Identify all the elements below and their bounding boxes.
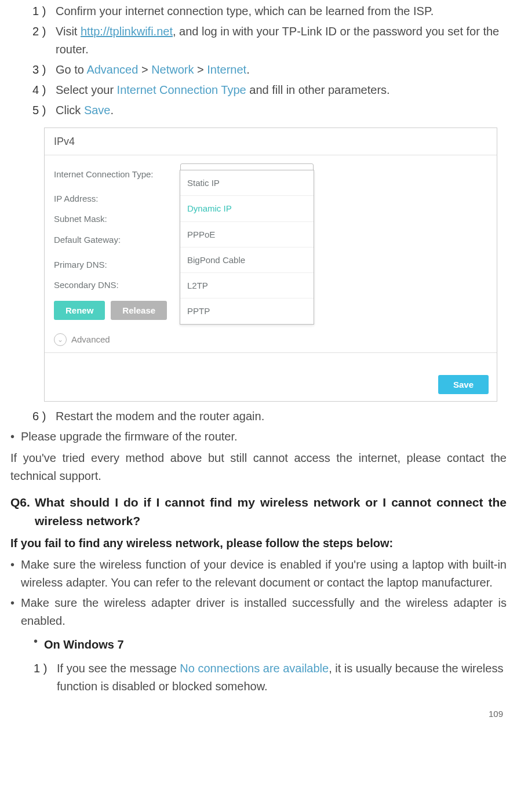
step-number: 5 )	[32, 101, 56, 119]
divider	[45, 155, 497, 155]
steps-list-a-cont: 6 ) Restart the modem and the router aga…	[10, 407, 507, 425]
bullet-text: Please upgrade the firmware of the route…	[21, 428, 507, 446]
steps-list-a: 1 ) Confirm your internet connection typ…	[10, 2, 507, 119]
step-text: Go to Advanced > Network > Internet.	[56, 61, 507, 79]
question-number: Q6.	[10, 493, 35, 531]
step-2: 2 ) Visit http://tplinkwifi.net, and log…	[32, 23, 507, 59]
text-fragment: Select your	[56, 83, 117, 96]
embedded-screenshot: IPv4 Internet Connection Type: Dynamic I…	[44, 128, 507, 402]
text-fragment: Visit	[56, 25, 81, 38]
field-label: Secondary DNS:	[54, 278, 180, 292]
field-label: Default Gateway:	[54, 233, 180, 246]
step-number: 1 )	[32, 2, 56, 20]
bullet-list: • Please upgrade the firmware of the rou…	[10, 428, 507, 446]
step-number: 4 )	[32, 81, 56, 99]
sub-heading: If you fail to find any wireless network…	[10, 534, 507, 552]
document-page: 1 ) Confirm your internet connection typ…	[0, 2, 517, 726]
menu-path-advanced: Advanced	[86, 63, 138, 76]
renew-button[interactable]: Renew	[54, 301, 105, 320]
chevron-down-icon: ⌄	[54, 333, 67, 346]
step-text: Click Save.	[56, 101, 507, 119]
step-number: 3 )	[32, 61, 56, 79]
bullet-item: • Please upgrade the firmware of the rou…	[10, 428, 507, 446]
field-label: Internet Connection Type:	[54, 168, 180, 181]
text-fragment: If you see the message	[57, 662, 180, 675]
panel-title: IPv4	[45, 128, 497, 152]
bullet-text: Make sure the wireless function of your …	[21, 556, 507, 592]
save-button[interactable]: Save	[438, 375, 489, 394]
divider	[45, 352, 497, 353]
bullet-dot-icon: •	[10, 594, 21, 630]
field-label: Subnet Mask:	[54, 212, 180, 225]
bullet-list: • Make sure the wireless function of you…	[10, 556, 507, 630]
step-5: 5 ) Click Save.	[32, 101, 507, 119]
step-text: Visit http://tplinkwifi.net, and log in …	[56, 23, 507, 59]
page-number: 109	[10, 707, 507, 720]
text-fragment: .	[246, 63, 250, 76]
question-heading-q6: Q6. What should I do if I cannot find my…	[10, 493, 507, 531]
term-no-connections: No connections are available	[180, 662, 329, 675]
step-1: 1 ) Confirm your internet connection typ…	[32, 2, 507, 20]
bullet-dot-icon: •	[10, 428, 21, 446]
bullet-item: • Make sure the wireless function of you…	[10, 556, 507, 592]
bullet-dot-icon: •	[34, 632, 44, 657]
step-text: Select your Internet Connection Type and…	[56, 81, 507, 99]
step-4: 4 ) Select your Internet Connection Type…	[32, 81, 507, 99]
text-fragment: .	[110, 104, 114, 116]
bullet-item: • On Windows 7	[34, 632, 507, 657]
step-number: 6 )	[32, 407, 56, 425]
advanced-label: Advanced	[71, 333, 110, 346]
text-fragment: Click	[56, 104, 84, 116]
step-text: Restart the modem and the router again.	[56, 407, 507, 425]
step-number: 2 )	[32, 23, 56, 41]
step-text: Confirm your internet connection type, w…	[56, 2, 507, 20]
bullet-list: • On Windows 7	[34, 632, 507, 657]
dropdown-option-l2tp[interactable]: L2TP	[180, 273, 314, 298]
dropdown-option-pptp[interactable]: PPTP	[180, 298, 314, 323]
text-fragment: and fill in other parameters.	[246, 83, 390, 96]
save-row: Save	[45, 358, 497, 395]
bullet-text: Make sure the wireless adapter driver is…	[21, 594, 507, 630]
term-connection-type: Internet Connection Type	[117, 83, 246, 96]
step-number: 1 )	[34, 660, 57, 678]
text-fragment: Go to	[56, 63, 86, 76]
indented-block: • On Windows 7 1 ) If you see the messag…	[10, 632, 507, 696]
menu-path-internet: Internet	[207, 63, 246, 76]
step-text: If you see the message No connections ar…	[57, 660, 507, 696]
step-b1: 1 ) If you see the message No connection…	[34, 660, 507, 696]
router-url-link[interactable]: http://tplinkwifi.net	[81, 25, 173, 38]
dropdown-option-dynamic-ip[interactable]: Dynamic IP	[180, 196, 314, 221]
bullet-dot-icon: •	[10, 556, 21, 592]
dropdown-option-pppoe[interactable]: PPPoE	[180, 222, 314, 247]
term-save: Save	[84, 104, 111, 116]
connection-type-dropdown: Static IP Dynamic IP PPPoE BigPond Cable…	[180, 170, 314, 325]
os-heading: On Windows 7	[44, 636, 507, 654]
paragraph: If you've tried every method above but s…	[10, 449, 507, 485]
text-fragment: >	[194, 63, 207, 76]
field-label: Primary DNS:	[54, 258, 180, 271]
text-fragment: >	[138, 63, 151, 76]
step-3: 3 ) Go to Advanced > Network > Internet.	[32, 61, 507, 79]
dropdown-option-static-ip[interactable]: Static IP	[180, 170, 314, 196]
field-label: IP Address:	[54, 192, 180, 205]
dropdown-option-bigpond[interactable]: BigPond Cable	[180, 247, 314, 273]
bullet-item: • Make sure the wireless adapter driver …	[10, 594, 507, 630]
advanced-toggle[interactable]: ⌄ Advanced	[45, 322, 497, 349]
ipv4-panel: IPv4 Internet Connection Type: Dynamic I…	[44, 128, 497, 402]
steps-list-b: 1 ) If you see the message No connection…	[34, 660, 507, 696]
release-button[interactable]: Release	[111, 301, 167, 320]
step-6: 6 ) Restart the modem and the router aga…	[32, 407, 507, 425]
question-text: What should I do if I cannot find my wir…	[35, 493, 507, 531]
menu-path-network: Network	[151, 63, 194, 76]
